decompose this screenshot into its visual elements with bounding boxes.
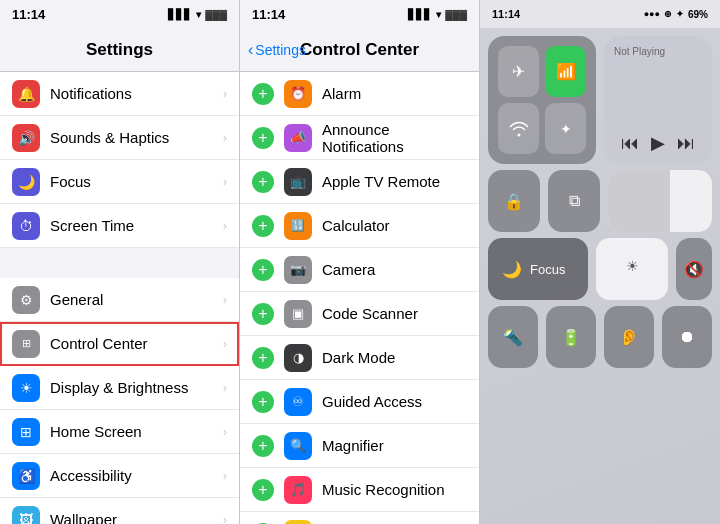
cc-item-calculator[interactable]: + 🔢 Calculator: [240, 204, 479, 248]
cc-add-alarm[interactable]: +: [252, 83, 274, 105]
chevron-focus: ›: [223, 174, 227, 189]
chevron-notifications: ›: [223, 86, 227, 101]
cc-add-codescanner[interactable]: +: [252, 303, 274, 325]
hearing-tile[interactable]: 👂: [604, 306, 654, 368]
settings-item-accessibility[interactable]: ♿ Accessibility ›: [0, 454, 239, 498]
appletv-label: Apple TV Remote: [322, 173, 467, 190]
darkmode-icon: ◑: [284, 344, 312, 372]
settings-item-screentime[interactable]: ⏱ Screen Time ›: [0, 204, 239, 248]
settings-item-focus[interactable]: 🌙 Focus ›: [0, 160, 239, 204]
homescreen-label: Home Screen: [50, 423, 223, 440]
wifi-icon-2: ▾: [436, 9, 441, 20]
status-bar-3: 11:14 ●●● ⊕ ✦ 69%: [480, 0, 720, 28]
cc-item-codescanner[interactable]: + ▣ Code Scanner: [240, 292, 479, 336]
controlcenter-label: Control Center: [50, 335, 223, 352]
cc-item-darkmode[interactable]: + ◑ Dark Mode: [240, 336, 479, 380]
bat-pct: 69%: [688, 9, 708, 20]
battery-tile[interactable]: 🔋: [546, 306, 596, 368]
cc-add-magnifier[interactable]: +: [252, 435, 274, 457]
cc-list: + ⏰ Alarm + 📣 Announce Notifications + 📺…: [240, 72, 479, 524]
record-tile[interactable]: ⏺: [662, 306, 712, 368]
volume-slider[interactable]: [608, 170, 712, 232]
settings-item-notifications[interactable]: 🔔 Notifications ›: [0, 72, 239, 116]
cc-item-magnifier[interactable]: + 🔍 Magnifier: [240, 424, 479, 468]
screen-mirror-tile[interactable]: ⧉: [548, 170, 600, 232]
accessibility-label: Accessibility: [50, 467, 223, 484]
fastforward-button[interactable]: ⏭: [677, 133, 695, 154]
media-tile: Not Playing ⏮ ▶ ⏭: [604, 36, 712, 164]
cc-add-musicrec[interactable]: +: [252, 479, 274, 501]
chevron-display: ›: [223, 380, 227, 395]
cc-item-musicrec[interactable]: + 🎵 Music Recognition: [240, 468, 479, 512]
appletv-icon: 📺: [284, 168, 312, 196]
controlcenter-icon: ⊞: [12, 330, 40, 358]
mute-tile[interactable]: 🔇: [676, 238, 712, 300]
announce-label: Announce Notifications: [322, 121, 467, 155]
play-button[interactable]: ▶: [651, 132, 665, 154]
notifications-label: Notifications: [50, 85, 223, 102]
cc-item-guided[interactable]: + ♾ Guided Access: [240, 380, 479, 424]
rewind-button[interactable]: ⏮: [621, 133, 639, 154]
settings-item-controlcenter[interactable]: ⊞ Control Center ›: [0, 322, 239, 366]
status-bar-2: 11:14 ▋▋▋ ▾ ▓▓▓: [240, 0, 479, 28]
sounds-label: Sounds & Haptics: [50, 129, 223, 146]
settings-item-homescreen[interactable]: ⊞ Home Screen ›: [0, 410, 239, 454]
cc-add-announce[interactable]: +: [252, 127, 274, 149]
connectivity-tile: ✈ 📶 ✦: [488, 36, 596, 164]
bluetooth-tile[interactable]: ✦: [545, 103, 586, 154]
codescanner-label: Code Scanner: [322, 305, 467, 322]
magnifier-label: Magnifier: [322, 437, 467, 454]
battery-icon-status: ▓▓▓: [205, 9, 227, 20]
cc-item-announce[interactable]: + 📣 Announce Notifications: [240, 116, 479, 160]
cellular-tile[interactable]: 📶: [545, 46, 586, 97]
camera-label: Camera: [322, 261, 467, 278]
cc-add-calculator[interactable]: +: [252, 215, 274, 237]
settings-item-wallpaper[interactable]: 🖼 Wallpaper ›: [0, 498, 239, 524]
brightness-slider[interactable]: ☀: [596, 238, 668, 300]
flashlight-tile[interactable]: 🔦: [488, 306, 538, 368]
cc-nav-header: ‹ Settings Control Center: [240, 28, 479, 72]
cc-add-appletv[interactable]: +: [252, 171, 274, 193]
moon-icon: 🌙: [502, 260, 522, 279]
status-icons-1: ▋▋▋ ▾ ▓▓▓: [168, 9, 227, 20]
general-icon: ⚙: [12, 286, 40, 314]
time-1: 11:14: [12, 7, 45, 22]
not-playing-label: Not Playing: [614, 46, 702, 57]
wifi-tile[interactable]: [498, 103, 539, 154]
alarm-icon: ⏰: [284, 80, 312, 108]
status-icons-2: ▋▋▋ ▾ ▓▓▓: [408, 9, 467, 20]
cc-add-camera[interactable]: +: [252, 259, 274, 281]
time-3: 11:14: [492, 8, 520, 20]
settings-item-sounds[interactable]: 🔊 Sounds & Haptics ›: [0, 116, 239, 160]
back-button[interactable]: ‹ Settings: [248, 41, 306, 59]
wallpaper-label: Wallpaper: [50, 511, 223, 524]
notifications-icon: 🔔: [12, 80, 40, 108]
calculator-label: Calculator: [322, 217, 467, 234]
chevron-general: ›: [223, 292, 227, 307]
settings-item-general[interactable]: ⚙ General ›: [0, 278, 239, 322]
cc-item-notes[interactable]: + 📝 Notes: [240, 512, 479, 524]
cc-title: Control Center: [300, 40, 419, 60]
cc-add-guided[interactable]: +: [252, 391, 274, 413]
media-controls: ⏮ ▶ ⏭: [614, 132, 702, 154]
settings-item-display[interactable]: ☀ Display & Brightness ›: [0, 366, 239, 410]
cc-item-camera[interactable]: + 📷 Camera: [240, 248, 479, 292]
lock-rotation-tile[interactable]: 🔒: [488, 170, 540, 232]
section-1: 🔔 Notifications › 🔊 Sounds & Haptics › 🌙…: [0, 72, 239, 248]
airplane-tile[interactable]: ✈: [498, 46, 539, 97]
cc-item-appletv[interactable]: + 📺 Apple TV Remote: [240, 160, 479, 204]
focus-tile[interactable]: 🌙 Focus: [488, 238, 588, 300]
musicrec-icon: 🎵: [284, 476, 312, 504]
screentime-icon: ⏱: [12, 212, 40, 240]
screentime-label: Screen Time: [50, 217, 223, 234]
time-2: 11:14: [252, 7, 285, 22]
sounds-icon: 🔊: [12, 124, 40, 152]
settings-title: Settings: [86, 40, 153, 60]
bt-icon: ✦: [676, 9, 684, 19]
back-chevron: ‹: [248, 41, 253, 59]
general-label: General: [50, 291, 223, 308]
cc-row-2: 🔒 ⧉: [488, 170, 712, 232]
cc-add-darkmode[interactable]: +: [252, 347, 274, 369]
chevron-screentime: ›: [223, 218, 227, 233]
cc-item-alarm[interactable]: + ⏰ Alarm: [240, 72, 479, 116]
